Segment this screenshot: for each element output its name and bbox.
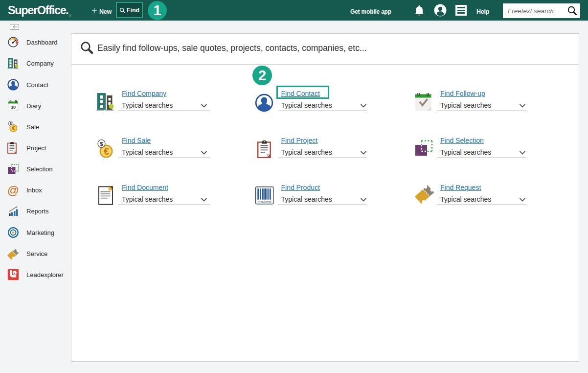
svg-text:€: €	[104, 146, 109, 157]
svg-text:0123456789: 0123456789	[258, 201, 271, 204]
svg-text:30: 30	[11, 104, 16, 109]
svg-text:€: €	[12, 125, 15, 132]
svg-text:@: @	[7, 184, 19, 196]
svg-text:$: $	[100, 141, 103, 147]
